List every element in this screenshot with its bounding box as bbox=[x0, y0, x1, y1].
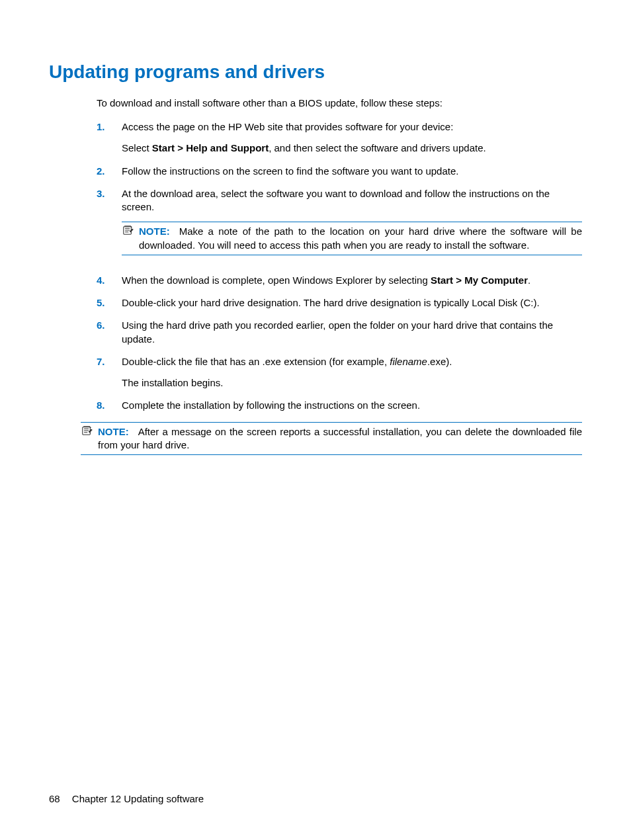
note-icon bbox=[81, 425, 98, 452]
step-text: Follow the instructions on the screen to… bbox=[122, 165, 582, 178]
step-number: 7. bbox=[97, 355, 122, 390]
page-heading: Updating programs and drivers bbox=[49, 60, 582, 85]
note-box: NOTE:Make a note of the path to the loca… bbox=[122, 222, 582, 255]
step-7: 7. Double-click the file that has an .ex… bbox=[97, 355, 582, 390]
note-label: NOTE: bbox=[98, 426, 129, 437]
step-text: When the download is complete, open Wind… bbox=[122, 274, 582, 287]
step-text: The installation begins. bbox=[122, 376, 582, 390]
step-8: 8. Complete the installation by followin… bbox=[97, 399, 582, 412]
step-content: Follow the instructions on the screen to… bbox=[122, 165, 582, 178]
step-number: 8. bbox=[97, 399, 122, 412]
step-number: 2. bbox=[97, 165, 122, 178]
step-1: 1. Access the page on the HP Web site th… bbox=[97, 120, 582, 155]
step-content: At the download area, select the softwar… bbox=[122, 187, 582, 265]
step-2: 2. Follow the instructions on the screen… bbox=[97, 165, 582, 178]
note-box: NOTE:After a message on the screen repor… bbox=[81, 422, 582, 456]
step-text: Select Start > Help and Support, and the… bbox=[122, 142, 582, 155]
step-text: Using the hard drive path you recorded e… bbox=[122, 319, 582, 346]
step-text: Complete the installation by following t… bbox=[122, 399, 582, 412]
note-text: After a message on the screen reports a … bbox=[98, 426, 582, 450]
step-content: Double-click the file that has an .exe e… bbox=[122, 355, 582, 390]
step-content: When the download is complete, open Wind… bbox=[122, 274, 582, 287]
step-text: Double-click the file that has an .exe e… bbox=[122, 355, 582, 368]
step-text: Double-click your hard drive designation… bbox=[122, 296, 582, 310]
step-text: Access the page on the HP Web site that … bbox=[122, 120, 582, 134]
step-text: At the download area, select the softwar… bbox=[122, 187, 582, 214]
step-content: Access the page on the HP Web site that … bbox=[122, 120, 582, 155]
note-label: NOTE: bbox=[139, 226, 170, 237]
steps-list: 1. Access the page on the HP Web site th… bbox=[97, 120, 582, 413]
step-4: 4. When the download is complete, open W… bbox=[97, 274, 582, 287]
note-content: NOTE:Make a note of the path to the loca… bbox=[139, 225, 582, 252]
intro-text: To download and install software other t… bbox=[97, 97, 582, 110]
step-content: Using the hard drive path you recorded e… bbox=[122, 319, 582, 346]
note-text: Make a note of the path to the location … bbox=[139, 226, 582, 250]
step-number: 5. bbox=[97, 296, 122, 310]
step-6: 6. Using the hard drive path you recorde… bbox=[97, 319, 582, 346]
page-footer: 68 Chapter 12 Updating software bbox=[49, 792, 204, 806]
page-number: 68 bbox=[49, 793, 60, 804]
step-5: 5. Double-click your hard drive designat… bbox=[97, 296, 582, 310]
note-icon bbox=[122, 225, 139, 252]
step-3: 3. At the download area, select the soft… bbox=[97, 187, 582, 265]
step-number: 1. bbox=[97, 120, 122, 155]
step-number: 3. bbox=[97, 187, 122, 265]
step-content: Double-click your hard drive designation… bbox=[122, 296, 582, 310]
step-number: 4. bbox=[97, 274, 122, 287]
chapter-label: Chapter 12 Updating software bbox=[72, 793, 204, 804]
step-number: 6. bbox=[97, 319, 122, 346]
step-content: Complete the installation by following t… bbox=[122, 399, 582, 412]
note-content: NOTE:After a message on the screen repor… bbox=[98, 425, 582, 452]
